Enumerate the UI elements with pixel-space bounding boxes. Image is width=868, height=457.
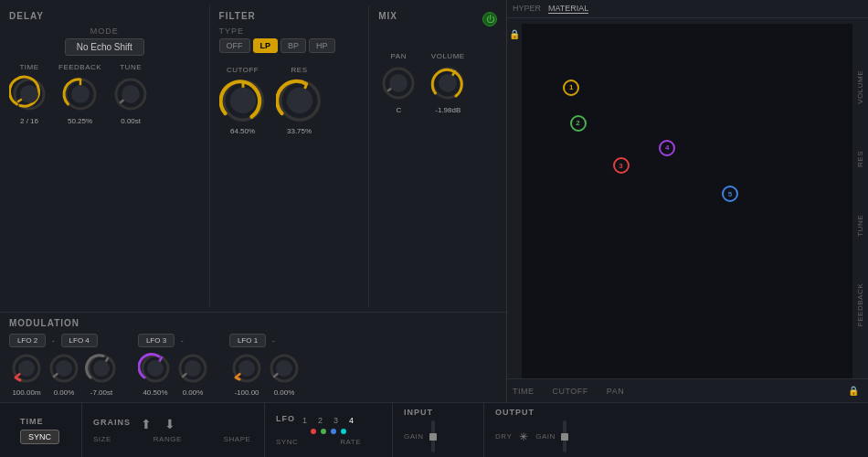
lfo-dot-1 xyxy=(311,429,316,434)
mod-group-2: LFO 3 - 40.50% xyxy=(138,334,210,397)
filter-section: FILTER TYPE OFF LP BP HP CUTOFF xyxy=(210,5,370,306)
bottom-grains-title: GRAINS xyxy=(93,418,131,427)
mod-knob-1c-svg[interactable] xyxy=(84,351,119,386)
mix-header: MIX ⏻ xyxy=(378,11,497,27)
xy-cutoff-label: CUTOFF xyxy=(553,387,588,396)
mod-dash-2: - xyxy=(177,335,187,346)
filter-res-value: 33.75% xyxy=(287,127,312,135)
svg-point-8 xyxy=(122,85,140,103)
xy-label-tune: TUNE xyxy=(856,215,864,237)
bottom-lfo-title: LFO xyxy=(276,414,295,423)
delay-feedback-knob[interactable] xyxy=(60,74,101,114)
mod-knob-3a: -100.00 xyxy=(229,351,264,397)
lfo-rate-label: RATE xyxy=(340,438,361,446)
grains-range-label: RANGE xyxy=(153,435,182,443)
mod-knob-1c: -7.00st xyxy=(84,351,119,397)
mix-volume-value: -1.98dB xyxy=(435,106,460,114)
delay-feedback-label: FEEDBACK xyxy=(58,63,101,71)
input-gain-thumb xyxy=(429,433,437,441)
xy-tab-hyper[interactable]: HYPER xyxy=(513,4,541,14)
output-gain-thumb xyxy=(561,433,568,441)
mod-val-1c: -7.00st xyxy=(90,388,112,397)
mix-pan-value: C xyxy=(396,106,401,114)
xy-bottom-labels: TIME CUTOFF PAN xyxy=(513,387,624,396)
mode-button[interactable]: No Echo Shift xyxy=(65,38,144,56)
mix-volume-label: VOLUME xyxy=(431,52,465,60)
lfo-labels-row: SYNC RATE xyxy=(276,438,381,446)
grains-labels-row: SIZE RANGE SHAPE xyxy=(93,435,253,443)
delay-tune-value: 0.00st xyxy=(121,117,141,125)
delay-tune-group: TUNE 0.00st xyxy=(111,63,151,125)
mod-lfo1-tag[interactable]: LFO 1 xyxy=(229,334,266,347)
mod-lfo4-tag[interactable]: LFO 4 xyxy=(61,334,98,347)
xy-node-3[interactable]: 3 xyxy=(613,157,630,174)
mix-title: MIX xyxy=(378,11,397,21)
xy-tab-material[interactable]: MATERIAL xyxy=(548,4,588,14)
mix-volume-knob[interactable] xyxy=(428,63,468,103)
xy-time-label: TIME xyxy=(513,387,535,396)
mod-knob-1b-svg[interactable] xyxy=(47,351,81,386)
mod-tags-1: LFO 2 - LFO 4 xyxy=(9,334,119,347)
upload-icon[interactable]: ⬆ xyxy=(138,417,154,431)
filter-title: FILTER xyxy=(219,11,360,21)
filter-cutoff-knob[interactable] xyxy=(219,77,267,124)
mod-val-1b: 0.00% xyxy=(54,388,75,397)
mod-lfo3-tag[interactable]: LFO 3 xyxy=(138,334,175,347)
input-gain-slider[interactable] xyxy=(431,420,435,452)
svg-point-38 xyxy=(238,360,255,377)
lfo-num-3[interactable]: 3 xyxy=(330,415,342,426)
filter-lp-btn[interactable]: LP xyxy=(253,38,279,53)
output-gain-label: GAIN xyxy=(535,432,556,441)
lfo-dot-2 xyxy=(321,429,326,434)
xy-node-5[interactable]: 5 xyxy=(722,186,738,202)
xy-node-1[interactable]: 1 xyxy=(563,80,579,96)
delay-time-group: TIME 2 / 16 xyxy=(9,63,49,125)
filter-res-knob[interactable] xyxy=(276,77,323,124)
bottom-bar: TIME SYNC GRAINS ⬆ ⬇ SIZE RANGE SHAPE LF… xyxy=(0,402,868,457)
bottom-output-title: OUTPUT xyxy=(495,408,592,417)
lfo-num-1[interactable]: 1 xyxy=(299,415,311,426)
mod-knob-3b-svg[interactable] xyxy=(267,351,302,386)
lfo-num-2[interactable]: 2 xyxy=(314,415,326,426)
output-row: DRY ✳ GAIN xyxy=(495,420,592,452)
power-button[interactable]: ⏻ xyxy=(482,12,497,27)
filter-type-label: TYPE xyxy=(219,27,360,36)
mod-knob-2a-svg[interactable] xyxy=(138,351,173,386)
delay-feedback-value: 50.25% xyxy=(68,117,92,125)
mod-lfo2-tag[interactable]: LFO 2 xyxy=(9,334,46,347)
download-icon[interactable]: ⬇ xyxy=(162,417,178,431)
mode-label: MODE xyxy=(9,27,200,36)
xy-node-4[interactable]: 4 xyxy=(659,140,675,156)
xy-node-2[interactable]: 2 xyxy=(570,115,587,132)
delay-time-knob[interactable] xyxy=(9,74,49,114)
lock-top-icon[interactable]: 🔒 xyxy=(505,26,524,43)
mod-knob-3a-svg[interactable] xyxy=(229,351,264,386)
filter-hp-btn[interactable]: HP xyxy=(309,38,335,53)
delay-tune-knob[interactable] xyxy=(111,74,151,114)
mod-knob-3b: 0.00% xyxy=(267,351,302,397)
lfo-num-4[interactable]: 4 xyxy=(345,415,357,426)
svg-point-26 xyxy=(56,360,72,377)
xy-label-res: RES xyxy=(856,151,864,167)
xy-label-volume: VOLUME xyxy=(856,70,864,104)
mix-pan-knob[interactable] xyxy=(378,63,418,103)
bottom-sync-btn[interactable]: SYNC xyxy=(20,430,59,444)
svg-point-35 xyxy=(185,360,201,377)
filter-res-label: RES xyxy=(291,66,308,74)
lock-bottom-icon[interactable]: 🔒 xyxy=(844,382,863,399)
mod-tags-3: LFO 1 - xyxy=(229,334,302,347)
mod-knob-1a-svg[interactable] xyxy=(9,351,44,386)
mod-knob-1a: 100.00m xyxy=(9,351,44,397)
svg-point-20 xyxy=(439,74,457,92)
mod-tags-2: LFO 3 - xyxy=(138,334,210,347)
xy-pad[interactable]: 1 2 3 4 5 xyxy=(522,24,852,378)
filter-off-btn[interactable]: OFF xyxy=(219,38,250,53)
mod-knob-2b-svg[interactable] xyxy=(175,351,210,386)
filter-bp-btn[interactable]: BP xyxy=(281,38,306,53)
filter-cutoff-label: CUTOFF xyxy=(227,66,259,74)
svg-point-29 xyxy=(93,360,110,377)
filter-knobs: CUTOFF 64.50% RES xyxy=(219,66,360,135)
output-gain-slider[interactable] xyxy=(563,420,566,452)
lfo-dot-3 xyxy=(331,429,336,434)
power-icon: ⏻ xyxy=(486,15,494,24)
